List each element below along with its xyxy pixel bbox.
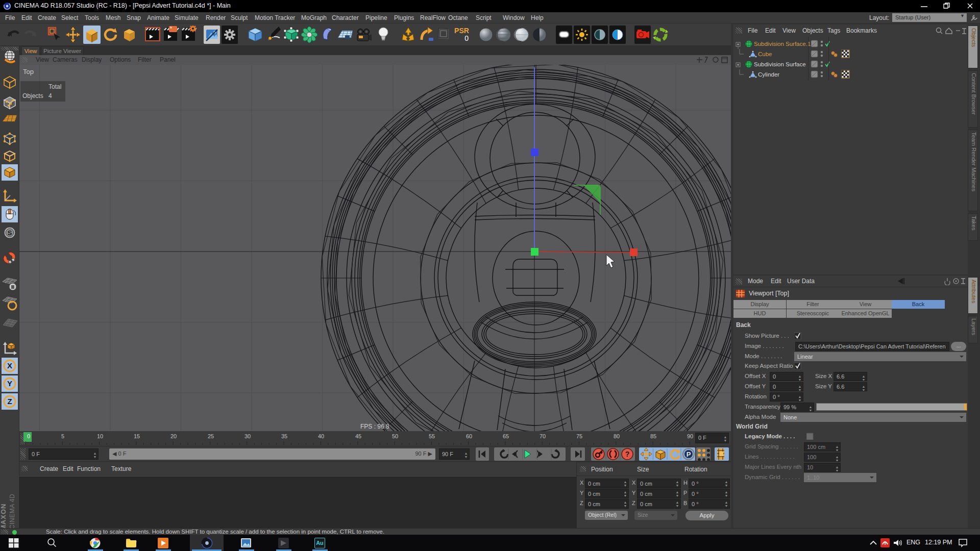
svg-text:S: S: [8, 229, 12, 237]
svg-text:X: X: [7, 361, 12, 370]
svg-text:Total: Total: [48, 83, 61, 90]
svg-text:P: P: [687, 450, 691, 458]
svg-text:Z: Z: [7, 397, 12, 406]
svg-text:4: 4: [48, 92, 52, 99]
svg-text:Objects: Objects: [22, 92, 43, 99]
svg-text:Y: Y: [7, 379, 12, 388]
svg-text:?: ?: [625, 450, 630, 458]
svg-text:Top: Top: [23, 68, 34, 76]
svg-text:FPS : 96.8: FPS : 96.8: [360, 423, 389, 430]
